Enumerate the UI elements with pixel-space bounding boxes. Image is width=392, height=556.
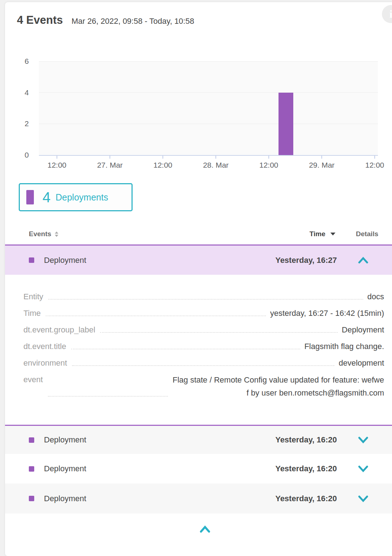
dotted-leader <box>72 365 334 366</box>
event-row-expanded[interactable]: Deployment Yesterday, 16:27 <box>5 244 392 275</box>
chevron-up-icon[interactable] <box>358 256 369 264</box>
info-icon-glyph: i <box>389 8 392 20</box>
detail-label: event <box>23 374 43 385</box>
chevron-down-icon[interactable] <box>358 436 369 444</box>
dotted-leader <box>71 349 300 349</box>
chevron-down-icon[interactable] <box>358 495 369 503</box>
gridline <box>39 61 378 62</box>
detail-label: dt.event.group_label <box>23 324 95 336</box>
events-table-header: Events Time Details <box>5 224 392 244</box>
detail-label: environment <box>23 357 67 369</box>
x-axis-tick-label: 12:00 <box>353 161 392 169</box>
info-icon[interactable]: i <box>382 5 392 23</box>
x-axis-tick <box>162 156 163 159</box>
detail-value: development <box>339 357 384 369</box>
event-type-label: Deployment <box>44 256 86 265</box>
x-axis-tick <box>374 156 375 159</box>
y-axis-tick-label: 6 <box>7 57 29 66</box>
sort-down-arrow-icon <box>55 235 58 237</box>
event-type-label: Deployment <box>44 435 86 445</box>
event-time: Yesterday, 16:20 <box>275 435 337 445</box>
deployment-square-icon <box>29 257 34 263</box>
page-title: 4 Events <box>17 14 63 27</box>
detail-label: Time <box>23 307 41 319</box>
detail-label: dt.event.title <box>23 340 66 352</box>
event-time: Yesterday, 16:20 <box>275 464 337 473</box>
event-time: Yesterday, 16:27 <box>275 256 337 265</box>
panel-header: 4 Events Mar 26, 2022, 09:58 - Today, 10… <box>17 14 194 27</box>
x-axis-tick-label: 12:00 <box>247 161 290 169</box>
x-axis-tick <box>268 156 269 159</box>
deployment-square-icon <box>29 466 34 472</box>
event-type-label: Deployment <box>44 464 86 473</box>
detail-field: Entity docs <box>23 291 384 303</box>
x-axis-tick <box>110 156 110 159</box>
x-axis-tick-label: 28. Mar <box>194 161 237 169</box>
chevron-down-icon[interactable] <box>358 465 369 473</box>
events-column-label: Events <box>29 230 51 238</box>
detail-field: dt.event.group_label Deployment <box>23 324 384 336</box>
x-axis-tick <box>215 156 216 159</box>
date-range-label: Mar 26, 2022, 09:58 - Today, 10:58 <box>72 17 194 26</box>
dotted-leader <box>100 332 337 333</box>
y-axis-tick-label: 0 <box>7 150 29 160</box>
deployments-swatch-icon <box>26 190 34 204</box>
legend-deployments-toggle[interactable]: 4 Deployments <box>19 183 133 211</box>
detail-field: event Flag state / Remote Config value u… <box>23 374 384 400</box>
gridline <box>39 92 378 93</box>
dotted-leader <box>48 396 168 397</box>
y-axis-tick-label: 4 <box>7 88 29 97</box>
event-time: Yesterday, 16:20 <box>275 494 337 503</box>
sort-icon <box>55 231 58 237</box>
detail-label: Entity <box>23 291 43 303</box>
x-axis-tick-label: 12:00 <box>35 161 79 169</box>
gridline <box>39 124 378 124</box>
detail-field: environment development <box>23 357 384 369</box>
dotted-leader <box>48 299 363 300</box>
x-axis-tick <box>321 156 322 159</box>
dotted-leader <box>46 315 266 316</box>
detail-value: Flag state / Remote Config value updated… <box>172 374 384 400</box>
detail-field: Time yesterday, 16:27 - 16:42 (15min) <box>23 307 384 319</box>
event-row[interactable]: Deployment Yesterday, 16:20 <box>5 484 392 513</box>
events-column-header[interactable]: Events <box>29 230 58 238</box>
detail-value: Deployment <box>342 324 384 336</box>
chart-plot-area <box>39 61 378 156</box>
event-type-label: Deployment <box>44 494 86 503</box>
sort-desc-triangle-icon <box>330 233 335 235</box>
detail-field: dt.event.title Flagsmith flag change. <box>23 340 384 352</box>
y-axis-tick-label: 2 <box>7 119 29 128</box>
x-axis-tick <box>57 156 57 159</box>
event-row[interactable]: Deployment Yesterday, 16:20 <box>5 426 392 454</box>
x-axis-tick-label: 12:00 <box>141 161 184 169</box>
chevron-up-icon <box>199 524 211 534</box>
time-column-header[interactable]: Time <box>309 230 335 238</box>
sort-up-arrow-icon <box>55 231 58 234</box>
deployment-square-icon <box>29 496 34 501</box>
detail-value: docs <box>368 291 384 303</box>
events-panel: 4 Events Mar 26, 2022, 09:58 - Today, 10… <box>5 2 392 556</box>
legend-count: 4 <box>43 189 50 206</box>
time-column-label: Time <box>309 230 325 238</box>
detail-value: yesterday, 16:27 - 16:42 (15min) <box>270 307 384 319</box>
deployment-square-icon <box>29 437 34 443</box>
event-details-panel: Entity docs Time yesterday, 16:27 - 16:4… <box>5 275 392 426</box>
legend-label: Deployments <box>55 192 108 203</box>
event-row[interactable]: Deployment Yesterday, 16:20 <box>5 454 392 484</box>
x-axis-tick-label: 29. Mar <box>300 161 343 169</box>
detail-value: Flagsmith flag change. <box>304 340 384 352</box>
collapse-list-button[interactable] <box>197 524 213 535</box>
deployments-bar[interactable] <box>279 93 293 155</box>
details-column-header: Details <box>349 230 378 238</box>
x-axis-tick-label: 27. Mar <box>88 161 132 169</box>
